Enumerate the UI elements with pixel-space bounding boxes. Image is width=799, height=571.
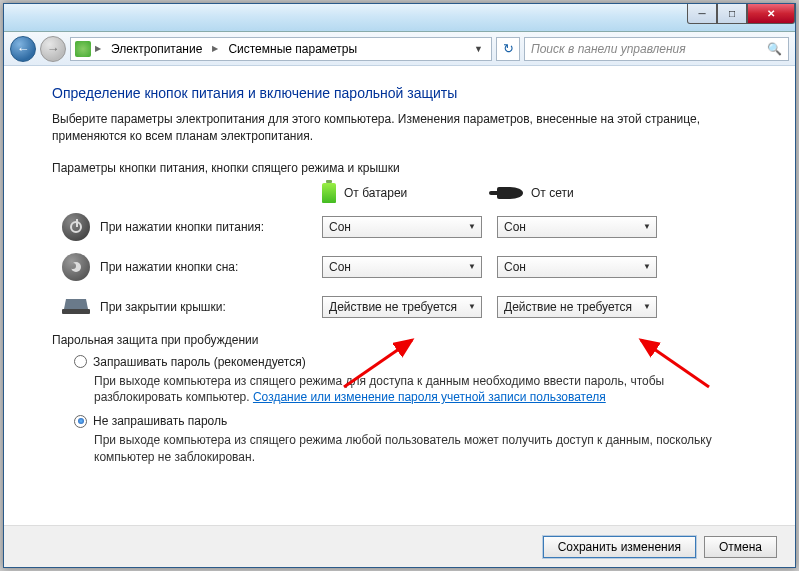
address-bar[interactable]: ▶ Электропитание ▶ Системные параметры ▼ xyxy=(70,37,492,61)
titlebar: ─ □ ✕ xyxy=(4,4,795,32)
select-lid-battery[interactable]: Действие не требуется xyxy=(322,296,482,318)
chevron-down-icon[interactable]: ▼ xyxy=(470,44,487,54)
row-label-lid: При закрытии крышки: xyxy=(100,300,322,314)
power-button-icon xyxy=(62,213,90,241)
search-icon: 🔍 xyxy=(767,42,782,56)
window-frame: ─ □ ✕ ← → ▶ Электропитание ▶ Системные п… xyxy=(3,3,796,568)
section-label: Параметры кнопки питания, кнопки спящего… xyxy=(52,161,747,175)
breadcrumb-item[interactable]: Системные параметры xyxy=(222,42,363,56)
chevron-right-icon: ▶ xyxy=(212,44,218,53)
battery-icon xyxy=(322,183,336,203)
maximize-button[interactable]: □ xyxy=(717,4,747,24)
select-power-battery[interactable]: Сон xyxy=(322,216,482,238)
content-area: Определение кнопок питания и включение п… xyxy=(4,67,795,525)
page-description: Выберите параметры электропитания для эт… xyxy=(52,111,747,145)
minimize-button[interactable]: ─ xyxy=(687,4,717,24)
row-label-power: При нажатии кнопки питания: xyxy=(100,220,322,234)
svg-rect-1 xyxy=(62,309,90,314)
section-label: Парольная защита при пробуждении xyxy=(52,333,747,347)
select-sleep-plugged[interactable]: Сон xyxy=(497,256,657,278)
footer-bar: Сохранить изменения Отмена xyxy=(4,525,795,567)
select-lid-plugged[interactable]: Действие не требуется xyxy=(497,296,657,318)
nav-toolbar: ← → ▶ Электропитание ▶ Системные парамет… xyxy=(4,32,795,66)
select-power-plugged[interactable]: Сон xyxy=(497,216,657,238)
column-header-battery: От батареи xyxy=(344,186,407,200)
option-description: При выходе компьютера из спящего режима … xyxy=(94,373,747,407)
plug-icon xyxy=(497,187,523,199)
back-button[interactable]: ← xyxy=(10,36,36,62)
refresh-button[interactable]: ↻ xyxy=(496,37,520,61)
page-title: Определение кнопок питания и включение п… xyxy=(52,85,747,101)
select-sleep-battery[interactable]: Сон xyxy=(322,256,482,278)
cancel-button[interactable]: Отмена xyxy=(704,536,777,558)
search-input[interactable]: Поиск в панели управления 🔍 xyxy=(524,37,789,61)
radio-require-password[interactable] xyxy=(74,355,87,368)
laptop-lid-icon xyxy=(62,293,90,321)
save-button[interactable]: Сохранить изменения xyxy=(543,536,696,558)
radio-label: Не запрашивать пароль xyxy=(93,414,227,428)
link-change-password[interactable]: Создание или изменение пароля учетной за… xyxy=(253,390,606,404)
search-placeholder: Поиск в панели управления xyxy=(531,42,686,56)
option-description: При выходе компьютера из спящего режима … xyxy=(94,432,747,466)
radio-no-password[interactable] xyxy=(74,415,87,428)
column-header-plugged: От сети xyxy=(531,186,574,200)
power-plan-icon xyxy=(75,41,91,57)
chevron-right-icon: ▶ xyxy=(95,44,101,53)
radio-label: Запрашивать пароль (рекомендуется) xyxy=(93,355,306,369)
svg-marker-0 xyxy=(64,299,88,309)
row-label-sleep: При нажатии кнопки сна: xyxy=(100,260,322,274)
forward-button[interactable]: → xyxy=(40,36,66,62)
breadcrumb-item[interactable]: Электропитание xyxy=(105,42,208,56)
close-button[interactable]: ✕ xyxy=(747,4,795,24)
sleep-button-icon xyxy=(62,253,90,281)
